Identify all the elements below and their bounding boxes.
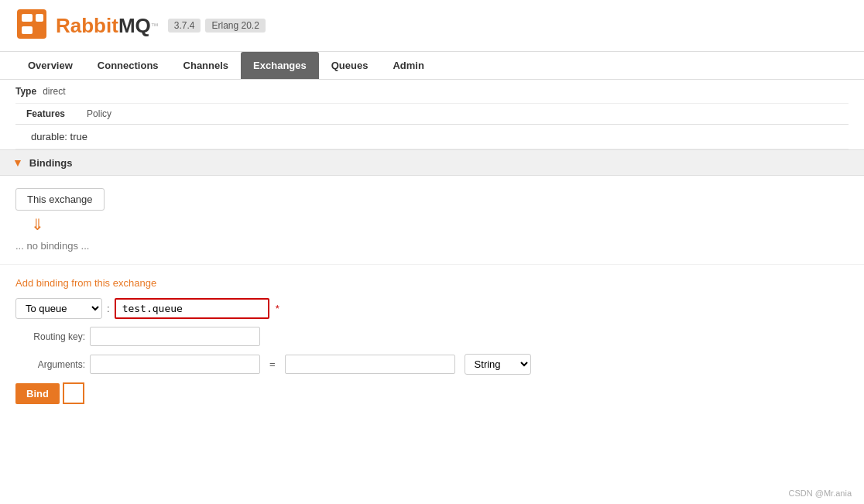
queue-name-input[interactable] — [115, 298, 269, 319]
bind-extra-box — [63, 382, 84, 404]
routing-key-input[interactable] — [90, 327, 260, 346]
arrow-down-icon: ⇓ — [31, 215, 833, 234]
to-queue-select[interactable]: To queue To exchange — [15, 298, 102, 319]
argument-type-select[interactable]: String Number Boolean — [465, 354, 531, 375]
main-content: Type direct Features Policy durable: tru… — [0, 80, 864, 149]
nav-bar: Overview Connections Channels Exchanges … — [0, 52, 864, 80]
bindings-area: This exchange ⇓ ... no bindings ... — [0, 176, 864, 264]
nav-admin[interactable]: Admin — [380, 52, 436, 79]
rabbitmq-logo-icon — [15, 8, 51, 43]
svg-rect-3 — [36, 14, 43, 22]
logo-text: RabbitMQ™ — [56, 14, 159, 38]
colon-separator: : — [107, 303, 110, 314]
nav-exchanges[interactable]: Exchanges — [241, 52, 319, 79]
to-queue-row: To queue To exchange : * — [15, 298, 849, 319]
type-value: direct — [43, 86, 65, 97]
this-exchange-box[interactable]: This exchange — [15, 188, 849, 211]
nav-connections[interactable]: Connections — [85, 52, 171, 79]
tab-section: Features Policy — [15, 104, 849, 125]
erlang-badge: Erlang 20.2 — [205, 19, 265, 33]
features-content: durable: true — [15, 125, 849, 149]
type-row: Type direct — [15, 80, 849, 104]
bindings-section-header[interactable]: ▼ Bindings — [0, 149, 864, 176]
routing-key-row: Routing key: — [15, 327, 849, 346]
logo: RabbitMQ™ — [15, 8, 159, 43]
routing-key-label: Routing key: — [15, 331, 85, 342]
bind-button-row: Bind — [15, 382, 849, 404]
equals-sign: = — [269, 358, 276, 370]
bindings-section: ▼ Bindings This exchange ⇓ ... no bindin… — [0, 149, 864, 264]
tab-policy[interactable]: Policy — [76, 104, 122, 124]
bindings-section-title: Bindings — [29, 157, 73, 169]
version-badge: 3.7.4 — [168, 19, 201, 33]
bind-button[interactable]: Bind — [15, 383, 60, 404]
arguments-row: Arguments: = String Number Boolean — [15, 354, 849, 375]
argument-key-input[interactable] — [90, 355, 260, 374]
features-value: durable: true — [31, 131, 87, 142]
arguments-label: Arguments: — [15, 359, 85, 370]
add-binding-title: Add binding from this exchange — [15, 277, 849, 289]
this-exchange-button[interactable]: This exchange — [15, 188, 105, 211]
required-star: * — [276, 303, 279, 314]
collapse-arrow-icon: ▼ — [12, 156, 23, 169]
type-label: Type — [15, 86, 36, 97]
svg-rect-0 — [17, 9, 46, 39]
no-bindings-text: ... no bindings ... — [15, 240, 849, 252]
svg-rect-1 — [22, 14, 33, 22]
header: RabbitMQ™ 3.7.4 Erlang 20.2 — [0, 0, 864, 52]
tab-features[interactable]: Features — [15, 104, 76, 124]
add-binding-section: Add binding from this exchange To queue … — [0, 264, 864, 417]
nav-channels[interactable]: Channels — [171, 52, 242, 79]
svg-rect-2 — [22, 26, 33, 34]
nav-queues[interactable]: Queues — [319, 52, 381, 79]
nav-overview[interactable]: Overview — [15, 52, 85, 79]
argument-value-input[interactable] — [285, 355, 455, 374]
